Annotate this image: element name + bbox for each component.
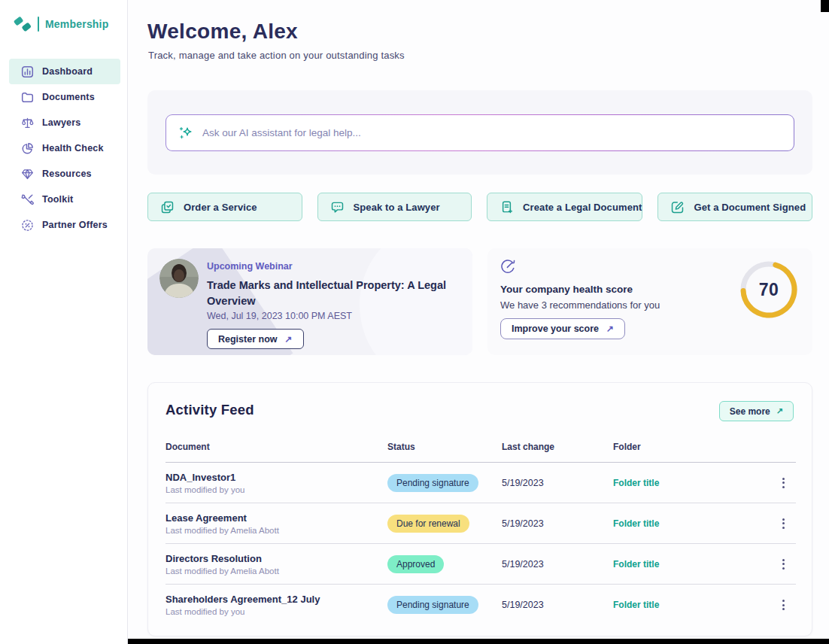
sidebar-item-label: Health Check xyxy=(42,143,104,153)
quick-action-label: Create a Legal Document xyxy=(523,202,642,213)
table-row: Shareholders Agreement_12 July Last modi… xyxy=(165,585,796,625)
row-menu-kebab-icon[interactable] xyxy=(776,597,790,613)
health-score-title: Your company health score xyxy=(500,284,633,295)
sidebar-item-documents[interactable]: Documents xyxy=(9,84,120,110)
dashboard-page: Membership Dashboard Documents Lawyers xyxy=(0,0,829,644)
brand-name: Membership xyxy=(45,18,108,30)
create-legal-document-button[interactable]: Create a Legal Document xyxy=(487,193,642,221)
column-header-last-change: Last change xyxy=(502,442,613,452)
page-title: Welcome, Alex xyxy=(147,20,298,44)
activity-feed-title: Activity Feed xyxy=(165,402,254,418)
last-change-date: 5/19/2023 xyxy=(502,559,613,570)
order-a-service-button[interactable]: Order a Service xyxy=(147,193,302,221)
logo-divider xyxy=(38,17,39,32)
folder-link[interactable]: Folder title xyxy=(613,600,771,610)
quick-action-label: Speak to a Lawyer xyxy=(354,202,440,213)
folder-link[interactable]: Folder title xyxy=(613,478,771,488)
column-header-document: Document xyxy=(165,442,387,452)
document-modified: Last modified by you xyxy=(165,607,387,616)
document-modified: Last modified by Amelia Abott xyxy=(165,567,387,576)
status-badge: Due for renewal xyxy=(387,515,469,533)
table-row: Directors Resolution Last modified by Am… xyxy=(165,544,796,585)
status-badge: Pending signature xyxy=(387,474,478,492)
table-row: NDA_Investor1 Last modified by you Pendi… xyxy=(165,463,796,503)
improve-your-score-button[interactable]: Improve your score ↗ xyxy=(500,318,625,339)
quick-action-label: Order a Service xyxy=(184,202,257,213)
webinar-speaker-avatar xyxy=(159,259,199,298)
sidebar-item-label: Resources xyxy=(42,169,92,179)
document-cell: Lease Agreement Last modified by Amelia … xyxy=(165,512,387,535)
status-badge: Pending signature xyxy=(387,596,478,614)
gem-icon xyxy=(21,168,34,181)
sidebar-item-label: Documents xyxy=(42,92,95,102)
register-now-button[interactable]: Register now ↗ xyxy=(207,329,304,349)
sidebar-item-label: Lawyers xyxy=(42,117,80,128)
dashboard-icon xyxy=(21,65,34,78)
ai-assistant-card xyxy=(147,90,812,175)
sidebar-item-partner-offers[interactable]: Partner Offers xyxy=(9,212,120,238)
health-score-subtitle: We have 3 recommendations for you xyxy=(500,299,660,311)
improve-score-label: Improve your score xyxy=(512,324,599,334)
activity-feed-card: Activity Feed See more ↗ Document Status… xyxy=(147,382,812,636)
document-plus-icon xyxy=(500,200,514,214)
scales-icon xyxy=(21,117,34,129)
folder-link[interactable]: Folder title xyxy=(613,518,771,529)
table-header-row: Document Status Last change Folder xyxy=(165,442,796,463)
ai-input-inner xyxy=(166,115,794,150)
sparkle-icon xyxy=(178,126,193,141)
sidebar-item-dashboard[interactable]: Dashboard xyxy=(9,59,120,84)
ai-assistant-input[interactable] xyxy=(202,127,782,138)
get-document-signed-button[interactable]: Get a Document Signed xyxy=(657,193,812,221)
brand-logo-icon xyxy=(14,15,32,33)
sidebar-item-lawyers[interactable]: Lawyers xyxy=(9,110,120,135)
document-name: Directors Resolution xyxy=(165,553,387,564)
pie-chart-icon xyxy=(21,142,34,155)
health-score-value: 70 xyxy=(739,260,799,320)
activity-table: Document Status Last change Folder NDA_I… xyxy=(165,442,796,625)
document-cell: NDA_Investor1 Last modified by you xyxy=(165,472,387,494)
chat-icon xyxy=(330,200,345,214)
document-modified: Last modified by you xyxy=(165,485,387,494)
webinar-title: Trade Marks and Intellectual Property: A… xyxy=(207,278,455,309)
folder-link[interactable]: Folder title xyxy=(613,559,771,570)
main-content: Welcome, Alex Track, manage and take act… xyxy=(128,0,829,644)
folder-icon xyxy=(21,91,34,104)
column-header-status: Status xyxy=(387,442,502,452)
arrow-up-right-icon: ↗ xyxy=(606,324,614,334)
page-subtitle: Track, manage and take action on your ou… xyxy=(148,50,405,61)
webinar-content: Upcoming Webinar Trade Marks and Intelle… xyxy=(207,261,466,349)
screenshot-artifact xyxy=(821,0,829,12)
sidebar-item-resources[interactable]: Resources xyxy=(9,161,120,187)
see-more-button[interactable]: See more ↗ xyxy=(719,401,794,421)
document-modified: Last modified by Amelia Abott xyxy=(165,526,387,535)
row-menu-kebab-icon[interactable] xyxy=(776,556,790,573)
document-cell: Directors Resolution Last modified by Am… xyxy=(165,553,387,576)
webinar-datetime: Wed, Jul 19, 2023 10:00 PM AEST xyxy=(207,311,466,321)
last-change-date: 5/19/2023 xyxy=(502,518,613,529)
column-header-folder: Folder xyxy=(613,442,771,452)
health-score-card: Your company health score We have 3 reco… xyxy=(487,248,812,355)
webinar-eyebrow: Upcoming Webinar xyxy=(207,261,466,272)
document-name: Shareholders Agreement_12 July xyxy=(165,594,387,605)
arrow-up-right-icon: ↗ xyxy=(776,406,783,416)
arrow-up-right-icon: ↗ xyxy=(285,334,293,345)
document-name: Lease Agreement xyxy=(165,512,387,524)
sidebar-item-health-check[interactable]: Health Check xyxy=(9,135,120,161)
webinar-card: Upcoming Webinar Trade Marks and Intelle… xyxy=(147,248,472,355)
sidebar-item-label: Dashboard xyxy=(42,66,93,77)
document-name: NDA_Investor1 xyxy=(165,472,387,483)
health-score-ring: 70 xyxy=(739,260,799,320)
percent-badge-icon xyxy=(21,219,34,232)
sidebar-item-toolkit[interactable]: Toolkit xyxy=(9,187,120,212)
gauge-icon xyxy=(500,258,516,275)
speak-to-a-lawyer-button[interactable]: Speak to a Lawyer xyxy=(317,193,472,221)
document-cell: Shareholders Agreement_12 July Last modi… xyxy=(165,594,387,616)
last-change-date: 5/19/2023 xyxy=(502,478,613,488)
see-more-label: See more xyxy=(730,406,770,417)
row-menu-kebab-icon[interactable] xyxy=(776,475,790,491)
row-menu-kebab-icon[interactable] xyxy=(776,515,790,532)
sidebar-nav: Dashboard Documents Lawyers Health Check xyxy=(0,59,127,238)
sidebar: Membership Dashboard Documents Lawyers xyxy=(0,0,128,644)
signature-icon xyxy=(670,200,685,214)
status-badge: Approved xyxy=(387,555,444,573)
